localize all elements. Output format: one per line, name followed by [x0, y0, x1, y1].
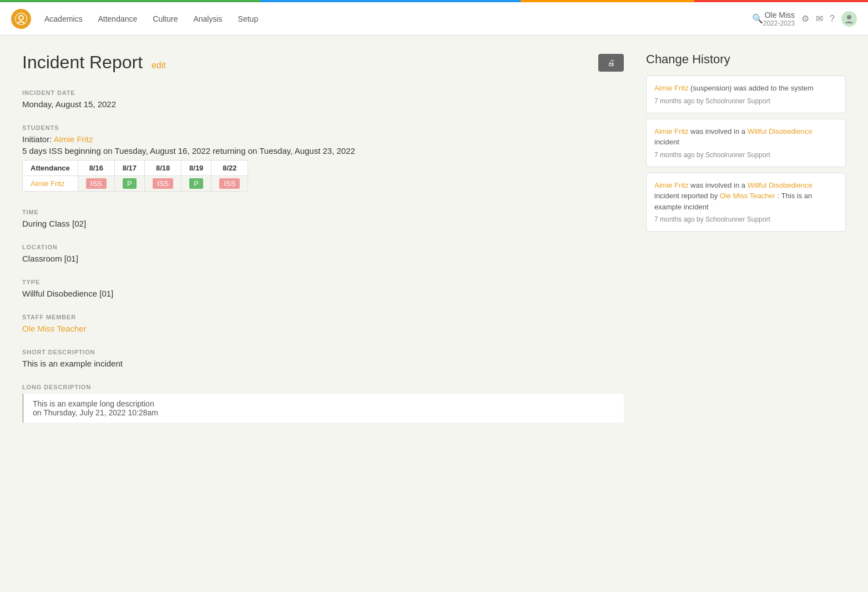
header-right: Ole Miss 2022-2023 ⚙ ✉ ? [763, 11, 857, 27]
history-reporter[interactable]: Ole Miss Teacher [720, 192, 775, 200]
history-action-1: (suspension) was added to the system [690, 84, 814, 92]
att-student-name[interactable]: Aimie Fritz [23, 176, 78, 192]
time-value: During Class [02] [22, 219, 624, 228]
print-button[interactable]: 🖨 [598, 54, 624, 72]
main-nav: Academics Attendance Culture Analysis Se… [44, 12, 748, 26]
location-section: LOCATION Classroom [01] [22, 244, 624, 263]
long-desc-line1: This is an example long description [33, 399, 615, 408]
short-description-label: SHORT DESCRIPTION [22, 349, 624, 355]
att-col-819: 8/19 [181, 160, 211, 176]
incident-date-value: Monday, August 15, 2022 [22, 99, 624, 109]
location-value: Classroom [01] [22, 254, 624, 263]
att-cell-5: ISS [211, 176, 248, 192]
page-title: Incident Report [22, 52, 143, 72]
att-cell-3: ISS [145, 176, 181, 192]
attendance-row: Aimie Fritz ISS P ISS P ISS [23, 176, 248, 192]
nav-culture[interactable]: Culture [153, 12, 178, 26]
long-description-label: LONG DESCRIPTION [22, 384, 624, 390]
mail-icon[interactable]: ✉ [816, 13, 823, 24]
att-col-818: 8/18 [145, 160, 181, 176]
settings-icon[interactable]: ⚙ [801, 13, 809, 24]
type-section: TYPE Willful Disobedience [01] [22, 279, 624, 298]
nav-setup[interactable]: Setup [238, 12, 259, 26]
att-cell-1: ISS [78, 176, 114, 192]
long-description-box: This is an example long description on T… [22, 394, 624, 423]
history-item-3: Aimie Fritz was involved in a Willful Di… [646, 173, 846, 232]
nav-academics[interactable]: Academics [44, 12, 82, 26]
avatar[interactable] [841, 11, 857, 27]
history-item-2: Aimie Fritz was involved in a Willful Di… [646, 119, 846, 167]
history-time-3: 7 months ago by Schoolrunner Support [654, 214, 837, 224]
staff-member-section: STAFF MEMBER Ole Miss Teacher [22, 314, 624, 333]
history-person-2[interactable]: Aimie Fritz [654, 127, 688, 136]
change-history-title: Change History [646, 52, 846, 67]
incident-content: Incident Report edit 🖨 INCIDENT DATE Mon… [22, 52, 624, 438]
title-group: Incident Report edit [22, 52, 166, 73]
user-year: 2022-2023 [763, 19, 795, 27]
suspension-text: 5 days ISS beginning on Tuesday, August … [22, 146, 624, 155]
type-value: Willful Disobedience [01] [22, 289, 624, 298]
initiator-name[interactable]: Aimie Fritz [54, 134, 93, 144]
history-action-2c: incident [654, 138, 679, 146]
history-action-2a: was involved in a [690, 127, 748, 136]
students-section: STUDENTS Initiator: Aimie Fritz 5 days I… [22, 124, 624, 193]
staff-member-value[interactable]: Ole Miss Teacher [22, 324, 624, 333]
main-content: Incident Report edit 🖨 INCIDENT DATE Mon… [0, 36, 868, 455]
att-col-label: Attendance [23, 160, 78, 176]
students-label: STUDENTS [22, 124, 624, 131]
long-description-section: LONG DESCRIPTION This is an example long… [22, 384, 624, 423]
edit-link[interactable]: edit [152, 61, 166, 70]
long-desc-line2: on Thursday, July 21, 2022 10:28am [33, 408, 615, 417]
att-cell-2: P [114, 176, 144, 192]
att-cell-4: P [181, 176, 211, 192]
history-action-3c: incident reported by [654, 192, 720, 200]
initiator-line: Initiator: Aimie Fritz [22, 134, 624, 144]
incident-date-label: INCIDENT DATE [22, 89, 624, 96]
att-col-817: 8/17 [114, 160, 144, 176]
att-col-816: 8/16 [78, 160, 114, 176]
history-time-2: 7 months ago by Schoolrunner Support [654, 150, 837, 160]
svg-point-2 [847, 15, 851, 19]
history-person-1[interactable]: Aimie Fritz [654, 84, 688, 92]
attendance-table: Attendance 8/16 8/17 8/18 8/19 8/22 Aimi… [22, 160, 248, 192]
user-name: Ole Miss [763, 11, 795, 19]
help-icon[interactable]: ? [830, 14, 835, 24]
history-item-1: Aimie Fritz (suspension) was added to th… [646, 76, 846, 113]
history-action-2b[interactable]: Willful Disobedience [748, 127, 813, 136]
location-label: LOCATION [22, 244, 624, 250]
page-title-area: Incident Report edit 🖨 [22, 52, 624, 73]
short-description-value: This is an example incident [22, 359, 624, 368]
logo[interactable] [11, 9, 31, 29]
att-col-822: 8/22 [211, 160, 248, 176]
history-person-3[interactable]: Aimie Fritz [654, 181, 688, 189]
nav-analysis[interactable]: Analysis [193, 12, 222, 26]
staff-member-label: STAFF MEMBER [22, 314, 624, 320]
search-icon[interactable]: 🔍 [752, 13, 763, 24]
history-action-3b[interactable]: Willful Disobedience [748, 181, 813, 189]
time-section: TIME During Class [02] [22, 209, 624, 228]
logo-icon [15, 13, 27, 25]
history-time-1: 7 months ago by Schoolrunner Support [654, 96, 837, 106]
time-label: TIME [22, 209, 624, 215]
print-icon: 🖨 [607, 58, 615, 67]
history-action-3a: was involved in a [690, 181, 748, 189]
nav-attendance[interactable]: Attendance [98, 12, 137, 26]
header: Academics Attendance Culture Analysis Se… [0, 2, 868, 36]
type-label: TYPE [22, 279, 624, 285]
change-history-sidebar: Change History Aimie Fritz (suspension) … [646, 52, 846, 438]
incident-date-section: INCIDENT DATE Monday, August 15, 2022 [22, 89, 624, 109]
initiator-prefix: Initiator: [22, 134, 52, 144]
short-description-section: SHORT DESCRIPTION This is an example inc… [22, 349, 624, 368]
user-info: Ole Miss 2022-2023 [763, 11, 795, 27]
